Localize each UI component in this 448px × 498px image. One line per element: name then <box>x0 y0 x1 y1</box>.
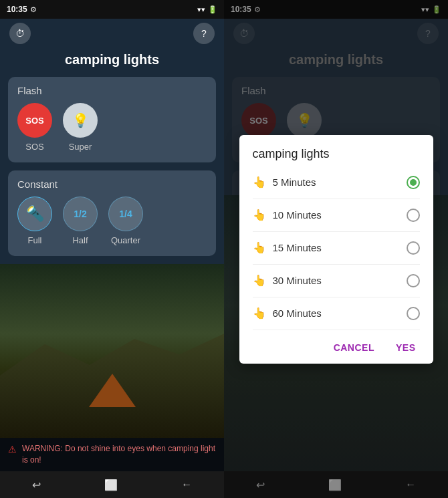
help-icon-left[interactable]: ? <box>193 23 215 44</box>
dialog-option-5min[interactable]: 👆 5 Minutes <box>253 170 420 195</box>
hand-icon-3: 👆 <box>253 241 266 254</box>
warning-text-left: WARNING: Do not shine into eyes when cam… <box>22 443 216 466</box>
flash-card-left: Flash SOS SOS 💡 Super <box>8 77 216 162</box>
super-label-left: Super <box>69 142 92 152</box>
full-label-left: Full <box>28 235 42 245</box>
status-bar-left: 10:35 ⚙ ▾▾ 🔋 <box>0 0 224 19</box>
status-icons-left: ▾▾ 🔋 <box>197 5 217 14</box>
dialog-option-30min[interactable]: 👆 30 Minutes <box>253 269 420 293</box>
divider-2 <box>253 231 420 232</box>
hand-icon-5: 👆 <box>253 307 266 320</box>
battery-icon-left: 🔋 <box>208 5 217 14</box>
left-panel: 10:35 ⚙ ▾▾ 🔋 ⏱ ? camping lights Flash SO… <box>0 0 224 498</box>
radio-inner-1 <box>410 179 417 186</box>
radio-1[interactable] <box>407 176 420 189</box>
full-item-left[interactable]: 🔦 Full <box>17 197 52 245</box>
constant-card-left: Constant 🔦 Full 1/2 Half 1/4 Quarter <box>8 170 216 256</box>
dialog-option-15min[interactable]: 👆 15 Minutes <box>253 236 420 260</box>
divider-3 <box>253 264 420 265</box>
time-left: 10:35 <box>7 5 27 14</box>
option-label-3: 15 Minutes <box>273 242 400 253</box>
warning-icon-left: ⚠ <box>8 444 17 455</box>
divider-4 <box>253 297 420 297</box>
dialog-option-10min[interactable]: 👆 10 Minutes <box>253 203 420 227</box>
dialog-title: camping lights <box>253 147 420 161</box>
right-panel: 10:35 ⚙ ▾▾ 🔋 ⏱ ? camping lights Flash SO… <box>224 0 448 498</box>
radio-4[interactable] <box>407 274 420 287</box>
timer-icon-left[interactable]: ⏱ <box>9 23 31 44</box>
wifi-icon-left: ▾▾ <box>197 5 205 14</box>
constant-title-left: Constant <box>17 178 207 190</box>
tent-icon-left <box>89 374 136 407</box>
flash-items-left: SOS SOS 💡 Super <box>17 103 207 152</box>
hand-icon-4: 👆 <box>253 274 266 287</box>
dialog-overlay: camping lights 👆 5 Minutes 👆 10 Minutes … <box>224 0 448 498</box>
radio-3[interactable] <box>407 241 420 255</box>
half-item-left[interactable]: 1/2 Half <box>63 197 98 245</box>
hand-icon-1: 👆 <box>253 176 266 189</box>
nav-bar-left: ↩ ⬜ ← <box>0 471 224 498</box>
panel-title-left: camping lights <box>0 48 224 77</box>
landscape-left <box>0 264 224 438</box>
yes-button[interactable]: YES <box>392 340 420 356</box>
divider-5 <box>253 330 420 330</box>
flash-title-left: Flash <box>17 85 207 96</box>
dialog-option-60min[interactable]: 👆 60 Minutes <box>253 301 420 326</box>
option-label-4: 30 Minutes <box>273 275 400 286</box>
nav-arrow-left[interactable]: ← <box>181 479 192 491</box>
option-label-5: 60 Minutes <box>273 307 400 319</box>
radio-5[interactable] <box>407 307 420 320</box>
quarter-label-left: Quarter <box>111 235 140 245</box>
quarter-button-left[interactable]: 1/4 <box>108 197 143 231</box>
full-button-left[interactable]: 🔦 <box>17 197 52 231</box>
half-button-left[interactable]: 1/2 <box>63 197 98 231</box>
timer-dialog: camping lights 👆 5 Minutes 👆 10 Minutes … <box>239 135 433 364</box>
sos-label-left: SOS <box>25 142 43 152</box>
radio-2[interactable] <box>407 209 420 222</box>
sos-button-left[interactable]: SOS <box>17 103 52 138</box>
option-label-2: 10 Minutes <box>273 209 400 221</box>
nav-home-left[interactable]: ⬜ <box>104 479 118 491</box>
nav-back-left[interactable]: ↩ <box>32 479 41 491</box>
half-label-left: Half <box>72 235 88 245</box>
cancel-button[interactable]: CANCEL <box>330 340 378 356</box>
hand-icon-2: 👆 <box>253 209 266 221</box>
top-bar-left: ⏱ ? <box>0 19 224 48</box>
gear-icon-left: ⚙ <box>30 5 37 14</box>
warning-bar-left: ⚠ WARNING: Do not shine into eyes when c… <box>0 438 224 471</box>
dialog-buttons: CANCEL YES <box>253 334 420 356</box>
quarter-item-left[interactable]: 1/4 Quarter <box>108 197 143 245</box>
super-item-left[interactable]: 💡 Super <box>63 103 98 152</box>
super-button-left[interactable]: 💡 <box>63 103 98 138</box>
sos-item-left[interactable]: SOS SOS <box>17 103 52 152</box>
constant-items-left: 🔦 Full 1/2 Half 1/4 Quarter <box>17 197 207 245</box>
divider-1 <box>253 199 420 199</box>
option-label-1: 5 Minutes <box>273 176 400 188</box>
